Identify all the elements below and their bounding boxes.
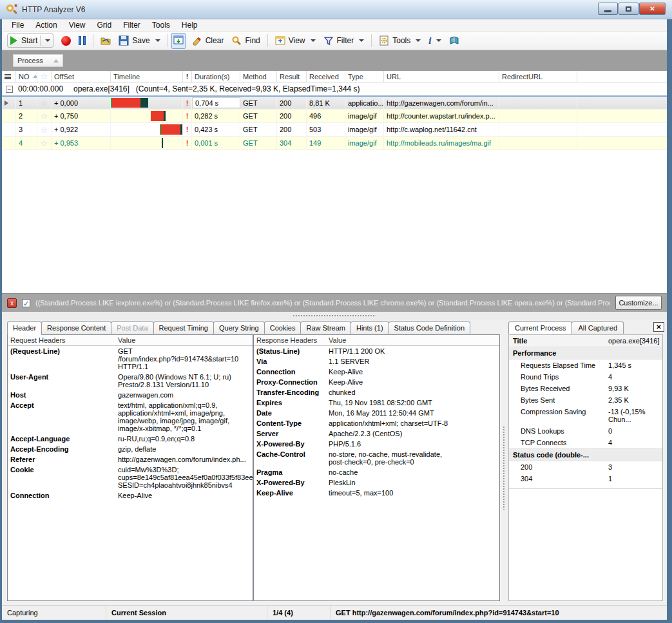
pause-button[interactable]: [75, 34, 90, 47]
open-button[interactable]: [97, 34, 115, 48]
group-by-process[interactable]: Process: [13, 54, 63, 67]
col-duration[interactable]: Duration(s): [192, 71, 240, 82]
group-row[interactable]: − 00:00:00.000 opera.exe[3416] (Count=4,…: [2, 82, 667, 96]
detail-tab[interactable]: Raw Stream: [300, 321, 351, 334]
detail-tab[interactable]: Post Data: [111, 321, 153, 334]
start-button[interactable]: Start: [7, 34, 53, 48]
status-code-section-header[interactable]: Status code (double-...: [509, 448, 662, 461]
table-row[interactable]: 3 ☆ + 0,922 ! 0,423 s GET 200 503 image/…: [2, 123, 667, 137]
tab-all-captured[interactable]: All Captured: [571, 321, 624, 334]
col-exclamation[interactable]: !: [183, 71, 192, 82]
header-row[interactable]: Cache-Control no-store, no-cache, must-r…: [254, 449, 499, 467]
help-book-button[interactable]: [445, 34, 463, 48]
filter-dropdown-caret[interactable]: [359, 39, 364, 42]
header-row[interactable]: Server Apache/2.2.3 (CentOS): [254, 428, 499, 439]
stop-button[interactable]: [57, 34, 75, 48]
view-button[interactable]: View: [271, 34, 320, 48]
header-row[interactable]: Keep-Alive timeout=5, max=100: [254, 488, 499, 498]
filter-button[interactable]: Filter: [320, 34, 369, 48]
header-row[interactable]: Connection Keep-Alive: [254, 367, 499, 377]
menu-item[interactable]: Filter: [117, 19, 146, 31]
star-icon[interactable]: ☆: [37, 137, 52, 149]
tools-dropdown-caret[interactable]: [416, 39, 421, 42]
start-dropdown-caret[interactable]: [45, 39, 50, 42]
detail-tab[interactable]: Hints (1): [350, 321, 389, 334]
status-code-row: 304 1: [509, 473, 662, 484]
header-row[interactable]: Accept-Encoding gzip, deflate: [8, 444, 253, 454]
col-timeline[interactable]: Timeline: [111, 71, 183, 82]
header-row[interactable]: Referer http://gazenwagen.com/forum/inde…: [8, 454, 253, 465]
tools-button[interactable]: Tools: [375, 34, 425, 48]
col-method[interactable]: Method: [240, 71, 277, 82]
stat-row: TCP Connects 4: [509, 437, 662, 448]
col-received[interactable]: Received: [307, 71, 345, 82]
detail-tab[interactable]: Request Timing: [153, 321, 214, 334]
save-button[interactable]: Save: [115, 34, 164, 48]
customize-button[interactable]: Customize...: [615, 296, 662, 310]
timeline-bar: [162, 138, 163, 148]
header-row[interactable]: X-Powered-By PleskLin: [254, 477, 499, 488]
header-row[interactable]: Pragma no-cache: [254, 467, 499, 477]
header-row[interactable]: Via 1.1 SERVER: [254, 356, 499, 367]
table-row[interactable]: 1 ☆ + 0,000 ! 0,704 s GET 200 8,81 K app…: [2, 96, 667, 110]
eraser-icon: [192, 35, 202, 46]
menu-item[interactable]: Grid: [91, 19, 118, 31]
header-row[interactable]: Date Mon, 16 May 2011 12:50:44 GMT: [254, 408, 499, 418]
col-no[interactable]: NO: [16, 71, 37, 82]
detail-tab[interactable]: Header: [7, 321, 42, 335]
table-row[interactable]: 4 ☆ + 0,953 ! 0,001 s GET 304 149 image/…: [2, 137, 667, 150]
header-row[interactable]: Expires Thu, 19 Nov 1981 08:52:00 GMT: [254, 398, 499, 408]
horizontal-splitter[interactable]: [2, 312, 667, 320]
save-dropdown-caret[interactable]: [155, 39, 160, 42]
performance-section-header[interactable]: Performance: [509, 347, 662, 359]
minimize-button[interactable]: [598, 3, 618, 15]
window-toggle-button[interactable]: [171, 33, 186, 49]
close-button[interactable]: ✕: [639, 3, 666, 15]
header-row[interactable]: Connection Keep-Alive: [8, 490, 253, 501]
col-offset[interactable]: OffSet: [52, 71, 111, 82]
table-row[interactable]: 2 ☆ + 0,750 ! 0,282 s GET 200 496 image/…: [2, 110, 667, 123]
header-row[interactable]: Cookie cuid=Mw%3D%3D; cups=8e149c5af81ee…: [8, 465, 253, 490]
title-bar[interactable]: 6 HTTP Analyzer V6 ✕: [0, 0, 672, 19]
col-type[interactable]: Type: [345, 71, 384, 82]
info-dropdown-caret[interactable]: [436, 39, 441, 42]
filter-enabled-checkbox[interactable]: ✓: [22, 299, 30, 307]
column-chooser-icon[interactable]: [2, 71, 16, 82]
header-row[interactable]: (Request-Line) GET /forum/index.php?id=9…: [8, 346, 253, 372]
header-row[interactable]: Content-Type application/xhtml+xml; char…: [254, 418, 499, 428]
menu-item[interactable]: Action: [30, 19, 62, 31]
detail-tab[interactable]: Cookies: [264, 321, 302, 334]
col-url[interactable]: URL: [384, 71, 499, 82]
find-button[interactable]: Find: [227, 34, 264, 48]
menu-item[interactable]: Help: [176, 19, 204, 31]
info-button[interactable]: i: [425, 34, 445, 48]
menu-item[interactable]: Tools: [146, 19, 176, 31]
header-row[interactable]: Accept-Language ru-RU,ru;q=0.9,en;q=0.8: [8, 434, 253, 444]
menu-item[interactable]: View: [63, 19, 91, 31]
header-row[interactable]: Proxy-Connection Keep-Alive: [254, 377, 499, 387]
star-icon[interactable]: ☆: [37, 110, 52, 122]
view-dropdown-caret[interactable]: [311, 39, 316, 42]
menu-item[interactable]: File: [6, 19, 30, 31]
tab-current-process[interactable]: Current Process: [508, 321, 572, 334]
header-row[interactable]: X-Powered-By PHP/5.1.6: [254, 439, 499, 449]
restore-button[interactable]: [619, 3, 638, 15]
remove-filter-button[interactable]: x: [7, 298, 17, 308]
header-row[interactable]: Host gazenwagen.com: [8, 390, 253, 400]
star-icon[interactable]: ☆: [37, 97, 52, 109]
col-result[interactable]: Result: [277, 71, 307, 82]
vertical-splitter[interactable]: [500, 334, 508, 601]
collapse-icon[interactable]: −: [6, 86, 13, 93]
detail-tab[interactable]: Status Code Definition: [389, 321, 470, 334]
detail-tab[interactable]: Query String: [213, 321, 265, 334]
header-row[interactable]: Transfer-Encoding chunked: [254, 387, 499, 398]
header-row[interactable]: Accept text/html, application/xml;q=0.9,…: [8, 400, 253, 434]
col-redirecturl[interactable]: RedirectURL: [499, 71, 577, 82]
header-row[interactable]: (Status-Line) HTTP/1.1 200 OK: [254, 346, 499, 356]
star-icon[interactable]: ☆: [37, 123, 52, 136]
clear-button[interactable]: Clear: [188, 34, 228, 48]
header-row[interactable]: User-Agent Opera/9.80 (Windows NT 6.1; U…: [8, 372, 253, 390]
col-star[interactable]: ☆: [37, 71, 52, 82]
detail-tab[interactable]: Response Content: [41, 321, 111, 334]
panel-close-button[interactable]: ✕: [653, 322, 664, 332]
